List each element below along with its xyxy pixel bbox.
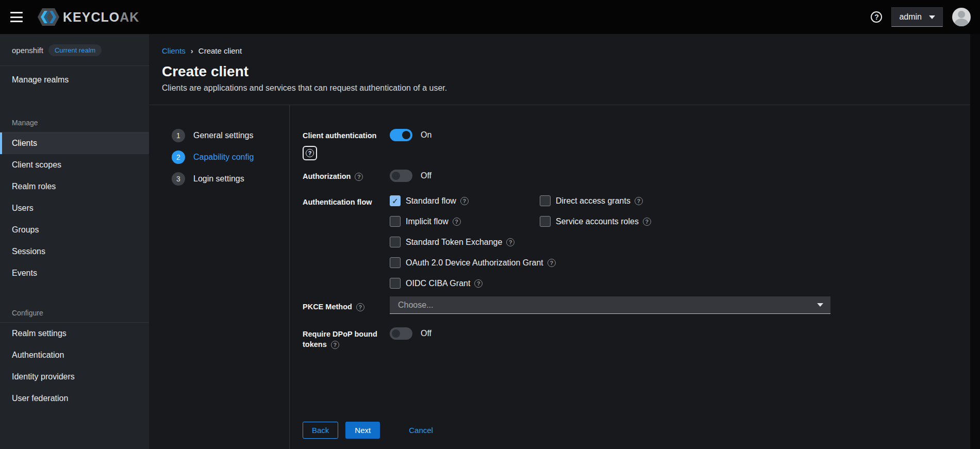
page-description: Clients are applications and services th… (149, 80, 980, 93)
question-circle-icon[interactable]: ? (547, 259, 556, 267)
standard-flow-checkbox[interactable]: ✓ (390, 195, 401, 206)
authorization-toggle[interactable] (390, 170, 412, 182)
checkbox-label[interactable]: Direct access grants (556, 196, 630, 206)
sidebar-item-client-scopes[interactable]: Client scopes (0, 154, 149, 176)
sidebar-item-clients[interactable]: Clients (0, 132, 149, 154)
question-circle-icon: ? (306, 149, 314, 157)
step-number: 1 (172, 129, 185, 142)
breadcrumb-current: Create client (198, 46, 242, 55)
help-icon[interactable]: ? (871, 11, 882, 23)
wizard-nav: 1 General settings 2 Capability config 3… (149, 105, 289, 449)
question-circle-icon[interactable]: ? (506, 238, 514, 246)
question-circle-icon[interactable]: ? (643, 218, 651, 226)
checkbox-row: ✓ OIDC CIBA Grant ? (390, 278, 970, 289)
sidebar-item-groups[interactable]: Groups (0, 219, 149, 241)
dpop-row: Require DPoP bound tokens? Off (303, 327, 970, 350)
current-realm-badge: Current realm (48, 44, 102, 56)
implicit-flow-checkbox[interactable]: ✓ (390, 216, 401, 227)
question-circle-icon[interactable]: ? (635, 197, 643, 205)
realm-selector[interactable]: openshift Current realm (0, 34, 149, 65)
select-value: Choose... (398, 301, 433, 310)
page-title: Create client (149, 55, 980, 80)
direct-access-grants-checkbox[interactable]: ✓ (540, 195, 551, 206)
checkbox-label[interactable]: Implicit flow (406, 217, 449, 226)
question-circle-icon[interactable]: ? (331, 341, 339, 349)
keycloak-logo: KEYCLOAK (37, 7, 139, 27)
configure-nav: Realm settings Authentication Identity p… (0, 323, 149, 409)
step-label: Capability config (193, 153, 254, 162)
question-circle-icon[interactable]: ? (356, 303, 364, 311)
spacer (0, 94, 149, 111)
sidebar-item-authentication[interactable]: Authentication (0, 344, 149, 366)
pkce-method-label: PKCE Method? (303, 296, 390, 312)
toggle-knob (392, 329, 400, 338)
authentication-flow-options-right: ✓ Direct access grants ? ✓ Service accou… (540, 195, 651, 237)
breadcrumb: Clients › Create client (149, 34, 980, 55)
chevron-right-icon: › (191, 46, 193, 55)
checkbox-label[interactable]: OAuth 2.0 Device Authorization Grant (406, 258, 543, 268)
sidebar: openshift Current realm Manage realms Ma… (0, 34, 149, 449)
authentication-flow-options: ✓ Standard flow ? ✓ Implicit flow ? ✓ St… (390, 195, 970, 289)
sidebar-item-users[interactable]: Users (0, 197, 149, 219)
pkce-method-select[interactable]: Choose... (390, 296, 830, 314)
help-focus-box[interactable]: ? (303, 146, 317, 160)
toggle-knob (392, 172, 400, 180)
sidebar-item-manage-realms[interactable]: Manage realms (0, 66, 149, 94)
sidebar-item-realm-settings[interactable]: Realm settings (0, 323, 149, 344)
wizard-step-general-settings[interactable]: 1 General settings (172, 129, 289, 142)
checkbox-row: ✓ Implicit flow ? (390, 216, 970, 227)
user-dropdown[interactable]: admin (891, 7, 943, 27)
sidebar-item-realm-roles[interactable]: Realm roles (0, 176, 149, 197)
toggle-knob (402, 131, 410, 139)
dpop-value: Off (421, 327, 431, 340)
nav-group-configure: Configure (0, 302, 149, 322)
client-authentication-value: On (421, 129, 431, 141)
authorization-label: Authorization? (303, 170, 390, 181)
sidebar-item-identity-providers[interactable]: Identity providers (0, 366, 149, 388)
chevron-down-icon (817, 303, 823, 307)
step-number: 2 (172, 151, 185, 164)
question-circle-icon[interactable]: ? (460, 197, 469, 205)
scrollbar[interactable] (970, 34, 980, 449)
avatar[interactable] (952, 8, 971, 26)
question-circle-icon[interactable]: ? (453, 218, 461, 226)
client-authentication-toggle[interactable] (390, 129, 412, 141)
sidebar-item-user-federation[interactable]: User federation (0, 388, 149, 409)
spacer (0, 284, 149, 302)
dpop-toggle[interactable] (390, 327, 412, 340)
username: admin (899, 12, 922, 22)
cancel-button[interactable]: Cancel (405, 422, 437, 439)
main-content: Clients › Create client Create client Cl… (149, 34, 980, 449)
checkbox-row: ✓ Standard Token Exchange ? (390, 237, 970, 247)
question-circle-icon[interactable]: ? (355, 173, 363, 181)
checkbox-label[interactable]: OIDC CIBA Grant (406, 279, 470, 288)
breadcrumb-clients-link[interactable]: Clients (162, 46, 186, 55)
keycloak-logo-icon (37, 7, 60, 27)
checkbox-row: ✓ Standard flow ? (390, 195, 970, 206)
checkbox-label[interactable]: Standard Token Exchange (406, 238, 502, 247)
oidc-ciba-grant-checkbox[interactable]: ✓ (390, 278, 401, 289)
brand-wordmark: KEYCLOAK (63, 10, 139, 25)
wizard-footer: Back Next Cancel (303, 422, 437, 439)
back-button[interactable]: Back (303, 422, 338, 439)
checkbox-row: ✓ Direct access grants ? (540, 195, 651, 206)
next-button[interactable]: Next (345, 422, 380, 439)
standard-token-exchange-checkbox[interactable]: ✓ (390, 237, 401, 247)
wizard-step-capability-config[interactable]: 2 Capability config (172, 151, 289, 164)
caret-down-icon (929, 15, 935, 19)
checkbox-label[interactable]: Standard flow (406, 196, 456, 206)
manage-nav: Clients Client scopes Realm roles Users … (0, 132, 149, 284)
masthead: KEYCLOAK ? admin (0, 0, 980, 34)
realm-name: openshift (12, 46, 43, 55)
oauth-device-grant-checkbox[interactable]: ✓ (390, 257, 401, 268)
sidebar-item-events[interactable]: Events (0, 262, 149, 284)
checkbox-label[interactable]: Service accounts roles (556, 217, 639, 226)
authorization-row: Authorization? Off (303, 170, 970, 182)
question-circle-icon[interactable]: ? (474, 279, 483, 288)
menu-icon[interactable] (10, 12, 23, 22)
sidebar-item-sessions[interactable]: Sessions (0, 241, 149, 262)
service-accounts-roles-checkbox[interactable]: ✓ (540, 216, 551, 227)
check-icon: ✓ (392, 197, 398, 205)
wizard-step-login-settings[interactable]: 3 Login settings (172, 172, 289, 186)
step-number: 3 (172, 172, 185, 186)
